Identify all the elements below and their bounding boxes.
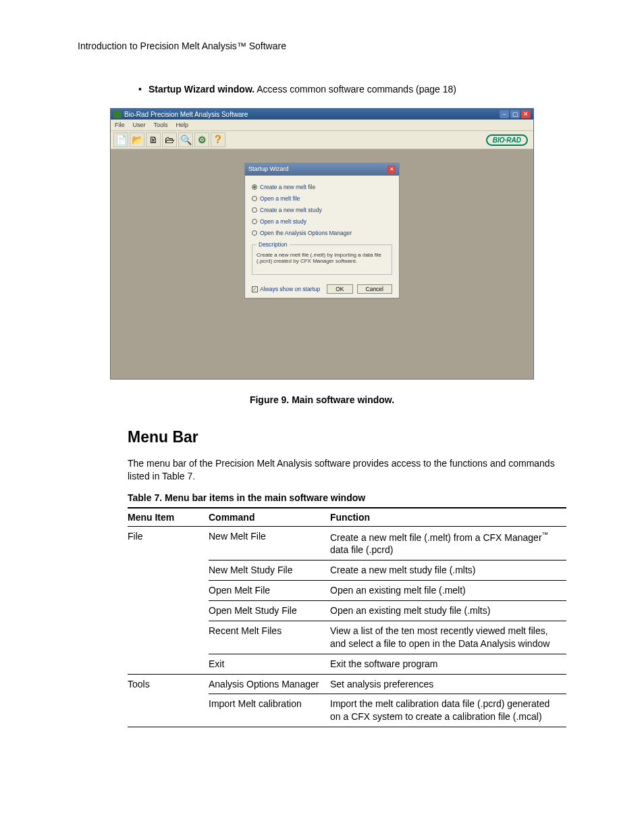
wizard-option[interactable]: Open a melt study [252, 218, 392, 225]
app-icon [113, 110, 122, 118]
wizard-option[interactable]: Open the Analysis Options Manager [252, 230, 392, 236]
cell-cmd: Open Melt File [209, 581, 330, 601]
cell-menu [128, 654, 209, 674]
cell-menu [128, 601, 209, 621]
bullet-text: Access common software commands (page 18… [254, 84, 456, 95]
app-title: Bio-Rad Precision Melt Analysis Software [124, 111, 248, 118]
table-caption: Table 7. Menu bar items in the main soft… [128, 492, 566, 503]
table-row: New Melt Study File Create a new melt st… [128, 561, 566, 581]
cell-func: Import the melt calibration data file (.… [330, 694, 566, 727]
section-body: The menu bar of the Precision Melt Analy… [128, 457, 566, 483]
wizard-description-legend: Description [257, 241, 290, 248]
cell-cmd: New Melt Study File [209, 561, 330, 581]
cell-func: Open an existing melt file (.melt) [330, 581, 566, 601]
menu-user[interactable]: User [133, 122, 146, 128]
wizard-option-label: Open the Analysis Options Manager [260, 230, 352, 236]
table-row: Recent Melt Files View a list of the ten… [128, 621, 566, 654]
menu-tools[interactable]: Tools [154, 122, 168, 128]
cell-menu: File [128, 526, 209, 560]
table-header: Menu Item [128, 508, 209, 527]
radio-icon [252, 219, 257, 224]
table-row: Open Melt File Open an existing melt fil… [128, 581, 566, 601]
cell-menu [128, 561, 209, 581]
cell-cmd: Open Melt Study File [209, 601, 330, 621]
wizard-option[interactable]: Open a melt file [252, 195, 392, 202]
bullet-item: • Startup Wizard window. Access common s… [138, 84, 566, 95]
menu-bar-table: Menu Item Command Function File New Melt… [128, 507, 566, 727]
cell-cmd: New Melt File [209, 526, 330, 560]
cell-func: Open an existing melt study file (.mlts) [330, 601, 566, 621]
wizard-description-text: Create a new melt file (.melt) by import… [257, 252, 381, 264]
table-header: Function [330, 508, 566, 527]
section-heading: Menu Bar [128, 428, 566, 446]
cell-menu [128, 694, 209, 727]
cancel-button[interactable]: Cancel [357, 284, 392, 294]
page-header: Introduction to Precision Melt Analysis™… [78, 41, 566, 51]
toolbar-open-study-icon[interactable]: 🗁 [162, 132, 177, 147]
startup-wizard-dialog: Startup Wizard ✕ Create a new melt file … [244, 163, 400, 298]
wizard-option[interactable]: Create a new melt file [252, 184, 392, 190]
maximize-icon[interactable]: ▢ [510, 110, 520, 118]
cell-cmd: Analysis Options Manager [209, 674, 330, 694]
ok-button[interactable]: OK [327, 284, 352, 294]
always-show-label: Always show on startup [260, 286, 320, 292]
bullet-dot: • [138, 84, 142, 95]
bullet-lead: Startup Wizard window. [149, 84, 254, 95]
cell-func: View a list of the ten most recently vie… [330, 621, 566, 654]
biorad-logo: BIO·RAD [486, 134, 528, 146]
radio-icon [252, 184, 257, 190]
app-window-screenshot: Bio-Rad Precision Melt Analysis Software… [110, 108, 534, 380]
app-body: Startup Wizard ✕ Create a new melt file … [111, 149, 533, 379]
cell-func: Create a new melt file (.melt) from a CF… [330, 526, 566, 560]
table-row: Exit Exit the software program [128, 654, 566, 674]
cell-menu [128, 621, 209, 654]
radio-icon [252, 196, 257, 201]
cell-func: Exit the software program [330, 654, 566, 674]
table-header: Command [209, 508, 330, 527]
cell-func: Set analysis preferences [330, 674, 566, 694]
wizard-option-label: Create a new melt file [260, 184, 315, 190]
wizard-close-icon[interactable]: ✕ [387, 165, 396, 174]
radio-icon [252, 230, 257, 236]
table-row: Tools Analysis Options Manager Set analy… [128, 674, 566, 694]
cell-menu [128, 581, 209, 601]
checkbox-icon: ✓ [252, 286, 258, 292]
toolbar-new-file-icon[interactable]: 📄 [113, 132, 128, 147]
table-row: Open Melt Study File Open an existing me… [128, 601, 566, 621]
menu-help[interactable]: Help [176, 122, 189, 128]
app-toolbar: 📄 📂 🗎 🗁 🔍 ⚙ ? BIO·RAD [111, 130, 533, 149]
always-show-checkbox[interactable]: ✓ Always show on startup [252, 286, 320, 292]
app-menubar: File User Tools Help [111, 120, 533, 130]
toolbar-gear-icon[interactable]: ⚙ [194, 132, 209, 147]
app-titlebar: Bio-Rad Precision Melt Analysis Software… [111, 109, 533, 120]
cell-cmd: Exit [209, 654, 330, 674]
minimize-icon[interactable]: – [500, 110, 509, 118]
radio-icon [252, 207, 257, 213]
close-icon[interactable]: ✕ [521, 110, 531, 118]
cell-menu: Tools [128, 674, 209, 694]
wizard-option-label: Open a melt study [260, 218, 306, 225]
table-row: File New Melt File Create a new melt fil… [128, 526, 566, 560]
figure-caption: Figure 9. Main software window. [78, 394, 566, 405]
wizard-option-label: Open a melt file [260, 195, 300, 202]
table-row: Import Melt calibration Import the melt … [128, 694, 566, 727]
toolbar-search-icon[interactable]: 🔍 [178, 132, 193, 147]
wizard-option[interactable]: Create a new melt study [252, 207, 392, 213]
cell-cmd: Import Melt calibration [209, 694, 330, 727]
toolbar-new-study-icon[interactable]: 🗎 [146, 132, 161, 147]
wizard-title: Startup Wizard [248, 165, 289, 174]
cell-func: Create a new melt study file (.mlts) [330, 561, 566, 581]
toolbar-open-file-icon[interactable]: 📂 [130, 132, 144, 147]
cell-cmd: Recent Melt Files [209, 621, 330, 654]
toolbar-help-icon[interactable]: ? [211, 132, 225, 147]
menu-file[interactable]: File [115, 122, 125, 128]
wizard-description-box: Description Create a new melt file (.mel… [252, 241, 392, 275]
wizard-option-label: Create a new melt study [260, 207, 322, 213]
